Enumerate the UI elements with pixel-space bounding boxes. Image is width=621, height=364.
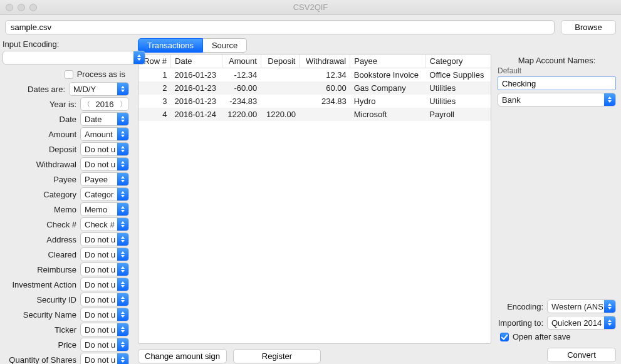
importing-to-select[interactable]: Quicken 2014 xyxy=(547,316,616,330)
chevron-updown-icon xyxy=(117,278,128,291)
table-cell xyxy=(261,95,300,108)
field-row-address: AddressDo not u xyxy=(1,232,132,247)
column-header[interactable]: Withdrawal xyxy=(300,55,350,68)
table-row[interactable]: 42016-01-241220.001220.00MicrosoftPayrol… xyxy=(138,108,491,121)
year-prev-button[interactable]: 〈 xyxy=(81,100,92,109)
field-value: Do not u xyxy=(81,294,117,306)
column-header[interactable]: Date xyxy=(171,55,222,68)
table-row[interactable]: 12016-01-23-12.3412.34Bookstore InvoiceO… xyxy=(138,68,491,82)
field-value: Do not u xyxy=(81,143,117,155)
table-cell: 1220.00 xyxy=(222,108,261,121)
column-header[interactable]: Deposit xyxy=(261,55,300,68)
field-select[interactable]: Do not u xyxy=(80,323,129,336)
field-row-security-id: Security IDDo not u xyxy=(1,292,132,307)
column-header[interactable]: Category xyxy=(425,55,491,68)
chevron-updown-icon xyxy=(117,293,128,306)
field-row-memo: MemoMemo xyxy=(1,202,132,217)
field-select[interactable]: Categor xyxy=(80,187,129,201)
chevron-updown-icon xyxy=(117,308,128,321)
dates-are-select[interactable]: M/D/Y xyxy=(69,82,129,96)
account-name-input[interactable] xyxy=(498,76,616,90)
field-select[interactable]: Do not u xyxy=(80,142,129,156)
field-select[interactable]: Do not u xyxy=(80,278,129,291)
table-cell: Hydro xyxy=(350,95,426,108)
column-header[interactable]: Payee xyxy=(350,55,426,68)
field-label: Memo xyxy=(54,205,76,214)
year-is-label: Year is: xyxy=(50,100,76,109)
field-row-quantity-of-shares: Quantity of SharesDo not u xyxy=(1,352,132,364)
field-select[interactable]: Do not u xyxy=(80,338,129,351)
table-row[interactable]: 22016-01-23-60.0060.00Gas CompanyUtiliti… xyxy=(138,81,491,95)
dates-are-label: Dates are: xyxy=(28,85,65,94)
field-select[interactable]: Do not u xyxy=(80,353,129,364)
field-select[interactable]: Do not u xyxy=(80,263,129,276)
table-cell: Utilities xyxy=(425,95,491,108)
year-next-button[interactable]: 〉 xyxy=(117,100,128,109)
field-select[interactable]: Payee xyxy=(80,172,129,186)
tab-transactions[interactable]: Transactions xyxy=(138,38,203,53)
field-label: Date xyxy=(60,115,76,124)
field-label: Reimburse xyxy=(37,265,76,274)
field-label: Withdrawal xyxy=(36,160,76,169)
field-select[interactable]: Do not u xyxy=(80,308,129,321)
table-cell: -60.00 xyxy=(222,81,261,95)
account-type-value: Bank xyxy=(498,94,604,106)
field-row-date: DateDate xyxy=(1,112,132,127)
field-row-ticker: TickerDo not u xyxy=(1,322,132,337)
field-label: Ticker xyxy=(55,325,76,335)
field-select[interactable]: Do not u xyxy=(80,247,129,261)
input-encoding-select[interactable] xyxy=(3,51,145,65)
table-cell: 234.83 xyxy=(300,95,350,108)
change-amount-sign-button[interactable]: Change amount sign xyxy=(138,349,227,363)
map-account-names-label: Map Account Names: xyxy=(498,38,616,66)
table-cell: 1 xyxy=(138,68,171,82)
account-type-select[interactable]: Bank xyxy=(498,93,616,107)
field-select[interactable]: Do not u xyxy=(80,157,129,171)
table-cell: 4 xyxy=(138,108,171,121)
chevron-updown-icon xyxy=(117,158,128,170)
chevron-updown-icon xyxy=(604,93,615,106)
file-path-input[interactable] xyxy=(5,20,555,34)
field-row-amount: AmountAmount xyxy=(1,127,132,142)
field-select[interactable]: Date xyxy=(80,112,129,126)
chevron-updown-icon xyxy=(117,188,128,200)
table-cell: 2016-01-24 xyxy=(171,108,222,121)
table-cell: 12.34 xyxy=(300,68,350,82)
field-select[interactable]: Do not u xyxy=(80,232,129,246)
field-label: Amount xyxy=(48,130,76,139)
output-encoding-select[interactable]: Western (ANS xyxy=(547,299,616,313)
field-row-investment-action: Investment ActionDo not u xyxy=(1,277,132,292)
browse-button[interactable]: Browse xyxy=(561,20,616,34)
table-cell: 2016-01-23 xyxy=(171,68,222,82)
field-row-security-name: Security NameDo not u xyxy=(1,307,132,322)
table-row[interactable]: 32016-01-23-234.83234.83HydroUtilities xyxy=(138,95,491,108)
field-value: Do not u xyxy=(81,324,117,336)
column-header[interactable]: Amount xyxy=(222,55,261,68)
field-select[interactable]: Amount xyxy=(80,127,129,141)
register-button[interactable]: Register xyxy=(233,349,321,363)
table-cell: Office Supplies xyxy=(425,68,491,82)
field-label: Address xyxy=(46,235,76,244)
field-select[interactable]: Memo xyxy=(80,202,129,216)
field-row-cleared: ClearedDo not u xyxy=(1,247,132,262)
field-row-category: CategoryCategor xyxy=(1,187,132,202)
open-after-save-checkbox[interactable] xyxy=(500,333,509,341)
table-cell: Bookstore Invoice xyxy=(350,68,426,82)
convert-button[interactable]: Convert xyxy=(547,348,616,362)
chevron-updown-icon xyxy=(117,83,128,95)
chevron-updown-icon xyxy=(117,338,128,351)
table-cell: Microsoft xyxy=(350,108,426,121)
year-stepper[interactable]: 〈 2016 〉 xyxy=(80,97,129,111)
field-select[interactable]: Do not u xyxy=(80,293,129,306)
tab-source[interactable]: Source xyxy=(203,38,247,53)
process-as-is-checkbox[interactable] xyxy=(65,70,73,79)
table-cell: -12.34 xyxy=(222,68,261,82)
chevron-updown-icon xyxy=(117,113,128,125)
field-select[interactable]: Check # xyxy=(80,217,129,231)
field-value: Amount xyxy=(81,128,117,140)
default-label: Default xyxy=(498,66,616,76)
field-label: Security ID xyxy=(36,295,76,304)
center-panel: Transactions Source Row #DateAmountDepos… xyxy=(134,38,495,363)
file-row: Browse xyxy=(0,15,621,38)
field-row-price: PriceDo not u xyxy=(1,337,132,352)
